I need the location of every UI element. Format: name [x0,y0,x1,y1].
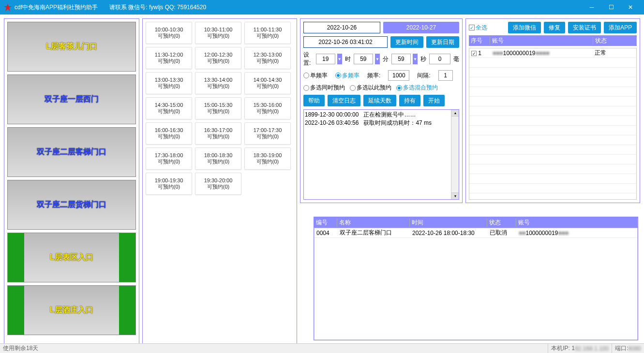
locations-panel: L层客茶儿门口双子座一层西门双子座二层客梯门口双子座二层货梯门口L层表区入口L层… [4,18,139,343]
mode-seq-radio[interactable]: 多选以此预约 [350,84,391,92]
mode-mix-radio[interactable]: 多选混合预约 [396,84,438,92]
freq-single-radio[interactable]: 单频率 [303,72,328,80]
minute-select[interactable] [354,54,373,64]
timeslot[interactable]: 14:00-14:30可预约(0) [244,72,291,94]
slot-status: 可预约(0) [256,158,279,165]
freq-multi-radio[interactable]: 多频率 [335,72,359,80]
table-row [469,135,636,145]
clear-log-button[interactable]: 清空日志 [328,95,360,106]
slot-time: 10:30-11:00 [204,27,233,32]
slot-status: 可预约(0) [158,32,180,40]
timeslot[interactable]: 18:30-19:00可预约(0) [244,147,291,170]
timeslot[interactable]: 13:30-14:00可预约(0) [195,72,241,94]
slot-status: 可预约(0) [158,183,180,191]
table-row [469,145,636,155]
timeslot[interactable]: 12:00-12:30可预约(0) [195,47,241,69]
mode-simul-radio[interactable]: 多选同时预约 [303,84,345,92]
table-row [469,174,636,184]
help-button[interactable]: 帮助 [303,95,325,106]
hour-select[interactable] [316,54,335,64]
slot-time: 18:00-18:30 [204,152,233,158]
table-row [469,193,636,200]
timeslot[interactable]: 17:30-18:00可预约(0) [146,147,192,170]
select-all-checkbox[interactable]: ✓全选 [469,24,487,32]
timeslot[interactable]: 11:00-11:30可预约(0) [244,22,291,44]
slot-time: 13:30-14:00 [204,77,233,83]
timeslot[interactable]: 14:30-15:00可预约(0) [146,97,192,119]
timeslot[interactable]: 17:00-17:30可预约(0) [244,122,291,145]
timeslot[interactable]: 19:30-20:00可预约(0) [195,173,241,195]
extend-days-button[interactable]: 延续天数 [363,95,396,106]
app-title: cdf中免海南APP福利社预约助手 [15,3,98,12]
timeslot[interactable]: 16:00-16:30可预约(0) [146,122,192,145]
timeslot[interactable]: 10:30-11:00可预约(0) [195,22,241,44]
set-label: 设置: [303,51,313,67]
timeslot[interactable]: 15:30-16:00可预约(0) [244,97,291,119]
ms-input[interactable] [429,54,450,64]
statusbar: 使用剩余18天 本机IP: 192.168.1.100 端口: 8080 [0,343,644,353]
update-time-button[interactable]: 更新时间 [390,36,423,48]
slot-status: 可预约(0) [158,58,180,65]
slot-time: 15:30-16:00 [254,102,282,108]
second-select[interactable] [391,54,411,64]
interval-label: 间隔: [417,72,430,80]
location-label: 双子座二层货梯门口 [37,200,106,210]
slot-status: 可预约(0) [256,133,279,140]
location-item[interactable]: 双子座二层客梯门口 [7,127,136,177]
slot-time: 18:30-19:00 [254,152,282,158]
location-item[interactable]: L层客茶儿门口 [7,22,136,72]
location-item[interactable]: 双子座二层货梯门口 [7,180,136,230]
timeslots-panel: 10:00-10:30可预约(0)10:30-11:00可预约(0)11:00-… [142,18,297,343]
chevron-down-icon[interactable]: ▼ [413,54,418,64]
repair-button[interactable]: 修复 [544,22,565,33]
table-row [469,87,636,97]
port-value: 8080 [628,345,641,352]
install-cert-button[interactable]: 安装证书 [568,22,601,33]
reservations-body[interactable]: 0004双子座二层客梯门口2022-10-26 18:00-18:30已取消■■… [314,228,638,340]
accounts-body[interactable]: ✓ 1■■■1000000019■■■■正常 [469,48,637,200]
location-item[interactable]: L层表区入口 [7,233,136,282]
timeslot[interactable]: 16:30-17:00可预约(0) [195,122,241,145]
timeslot[interactable]: 12:30-13:00可预约(0) [244,47,291,69]
table-row [469,184,636,193]
accounts-panel: ✓全选 添加微信 修复 安装证书 添加APP 序号 账号 状态 ✓ 1■■■10… [465,18,640,203]
date-next-button[interactable]: 2022-10-27 [383,22,459,33]
start-button[interactable]: 开始 [423,95,445,106]
slot-status: 可预约(0) [158,158,180,165]
table-row[interactable]: 0004双子座二层客梯门口2022-10-26 18:00-18:30已取消■■… [315,228,637,238]
location-item[interactable]: 双子座一层西门 [7,74,136,124]
slot-status: 可预约(0) [158,133,180,140]
close-button[interactable]: ✕ [621,0,640,15]
ms-label: 毫 [453,55,459,63]
table-row[interactable]: ✓ 1■■■1000000019■■■■正常 [469,48,636,58]
scrollbar[interactable]: ▴▾ [451,110,459,199]
slot-time: 19:00-19:30 [155,177,183,183]
slot-status: 可预约(0) [256,58,279,65]
interval-input[interactable] [438,70,453,81]
location-item[interactable]: L层酒庄入口 [7,285,136,335]
slot-time: 16:00-16:30 [155,127,183,133]
scroll-down-icon[interactable]: ▾ [451,192,459,199]
hold-button[interactable]: 持有 [399,95,420,106]
update-date-button[interactable]: 更新日期 [426,36,459,48]
minimize-button[interactable]: ─ [582,0,601,15]
app-icon [4,3,12,11]
date-current[interactable]: 2022-10-26 [303,22,380,33]
add-app-button[interactable]: 添加APP [604,22,637,33]
timeslot[interactable]: 13:00-13:30可预约(0) [146,72,192,94]
timeslot[interactable]: 10:00-10:30可预约(0) [146,22,192,44]
timeslot[interactable]: 19:00-19:30可预约(0) [146,173,192,195]
freq-input[interactable] [388,70,409,81]
table-row [469,97,636,106]
timeslot[interactable]: 15:00-15:30可预约(0) [195,97,241,119]
maximize-button[interactable]: ☐ [601,0,621,15]
table-row [469,116,636,126]
chevron-down-icon[interactable]: ▼ [375,54,380,64]
timeslot[interactable]: 18:00-18:30可预约(0) [195,147,241,170]
chevron-down-icon[interactable]: ▼ [337,54,342,64]
table-row [469,106,636,116]
scroll-up-icon[interactable]: ▴ [451,110,459,117]
titlebar: cdf中免海南APP福利社预约助手 请联系 微信号: fywljs QQ: 75… [0,0,644,15]
timeslot[interactable]: 11:30-12:00可预约(0) [146,47,192,69]
add-wechat-button[interactable]: 添加微信 [508,22,541,33]
